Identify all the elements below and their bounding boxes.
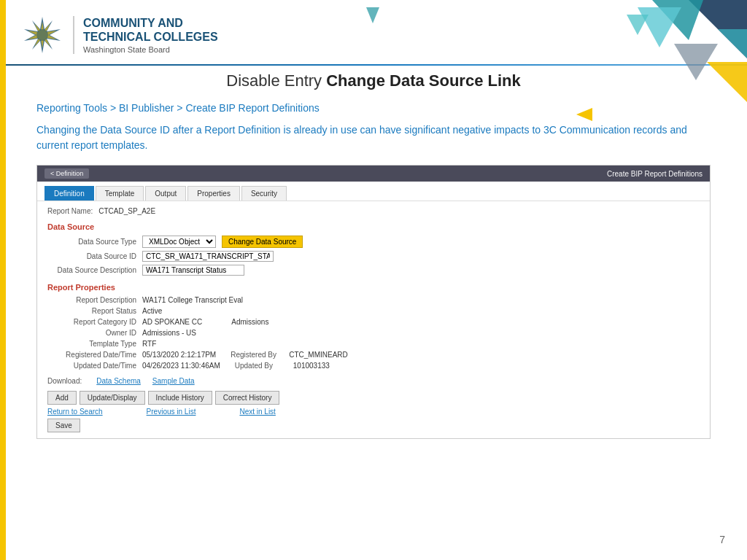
ss-template-type-label: Template Type [47, 340, 142, 348]
ss-owner-id-label: Owner ID [47, 329, 142, 337]
ss-report-cat-row: Report Category ID AD SPOKANE CC Admissi… [47, 318, 700, 326]
ss-action-buttons: Add Update/Display Include History Corre… [47, 391, 700, 405]
ss-reg-datetime-label: Registered Date/Time [47, 351, 142, 359]
ss-tab-properties[interactable]: Properties [187, 186, 240, 201]
ss-change-datasource-button[interactable]: Change Data Source [222, 236, 303, 248]
ss-data-source-title: Data Source [47, 222, 700, 231]
ss-report-status-row: Report Status Active [47, 307, 700, 315]
ss-report-cat-value2: Admissions [231, 318, 268, 326]
logo-text: COMMUNITY AND TECHNICAL COLLEGES Washing… [73, 16, 218, 54]
ss-report-cat-value: AD SPOKANE CC [142, 318, 202, 326]
ss-nav-links: Return to Search Previous in List Next i… [47, 408, 700, 416]
ss-report-desc-label: Report Description [47, 296, 142, 304]
ss-tab-definition[interactable]: Definition [44, 186, 94, 201]
ss-header: < Definition Create BIP Report Definitio… [37, 166, 710, 182]
ss-ds-id-input[interactable] [142, 251, 274, 262]
ss-upd-by-label: Updated By [235, 362, 293, 370]
ss-upd-by-value: 101003133 [293, 362, 330, 370]
ss-ds-type-label: Data Source Type [47, 238, 142, 246]
ss-save-area: Save [47, 419, 700, 432]
ss-report-status-value: Active [142, 307, 162, 315]
ss-upd-datetime-value: 04/26/2023 11:30:46AM [142, 362, 220, 370]
screenshot-area: < Definition Create BIP Report Definitio… [36, 165, 711, 439]
logo-area: COMMUNITY AND TECHNICAL COLLEGES Washing… [20, 13, 218, 57]
ss-owner-id-row: Owner ID Admissions - US [47, 329, 700, 337]
ss-report-cat-label: Report Category ID [47, 318, 142, 326]
ss-title: Create BIP Report Definitions [607, 170, 703, 178]
ss-save-button[interactable]: Save [47, 419, 80, 432]
ss-upd-datetime-row: Updated Date/Time 04/26/2023 11:30:46AM … [47, 362, 700, 370]
ss-correct-history-button[interactable]: Correct History [215, 391, 280, 405]
description: Changing the Data Source ID after a Repo… [36, 122, 711, 153]
ss-include-history-button[interactable]: Include History [148, 391, 212, 405]
ss-template-type-value: RTF [142, 340, 156, 348]
ss-add-button[interactable]: Add [47, 391, 77, 405]
small-triangle-left [576, 108, 592, 121]
ss-report-desc-value: WA171 College Transcript Eval [142, 296, 243, 304]
ss-template-type-row: Template Type RTF [47, 340, 700, 348]
ss-owner-id-value: Admissions - US [142, 329, 196, 337]
ss-download-label: Download: [47, 377, 82, 385]
ss-previous-list-link[interactable]: Previous in List [147, 408, 196, 416]
ss-reg-datetime-row: Registered Date/Time 05/13/2020 2:12:17P… [47, 351, 700, 359]
left-border [0, 0, 6, 560]
ss-datasource-type-row: Data Source Type XMLDoc Object Change Da… [47, 236, 700, 248]
page-number: 7 [719, 534, 725, 545]
ss-report-props-fields: Report Description WA171 College Transcr… [47, 296, 700, 370]
ss-data-source-fields: Data Source Type XMLDoc Object Change Da… [47, 236, 700, 276]
ss-ds-type-select[interactable]: XMLDoc Object [142, 236, 216, 248]
logo-subtitle: Washington State Board [83, 45, 218, 54]
ss-download-sample-link[interactable]: Sample Data [152, 377, 195, 385]
ss-reg-by-value: CTC_MMINEARD [289, 351, 348, 359]
ss-report-name-row: Report Name: CTCAD_SP_A2E [47, 207, 700, 215]
ss-tabs: Definition Template Output Properties Se… [37, 182, 710, 201]
ss-ds-desc-input[interactable] [142, 265, 244, 276]
ss-report-name-value: CTCAD_SP_A2E [98, 207, 155, 215]
ss-report-props-title: Report Properties [47, 283, 700, 292]
ss-body: Report Name: CTCAD_SP_A2E Data Source Da… [37, 201, 710, 438]
svg-marker-7 [576, 108, 592, 121]
main-content: Disable Entry Change Data Source Link Re… [0, 71, 747, 439]
ss-report-status-label: Report Status [47, 307, 142, 315]
ss-ds-desc-label: Data Source Description [47, 266, 142, 274]
ss-reg-datetime-value: 05/13/2020 2:12:17PM [142, 351, 216, 359]
ss-datasource-id-row: Data Source ID [47, 251, 700, 262]
ss-report-desc-row: Report Description WA171 College Transcr… [47, 296, 700, 304]
ss-datasource-desc-row: Data Source Description [47, 265, 700, 276]
logo-line1: COMMUNITY AND TECHNICAL COLLEGES [83, 16, 218, 44]
svg-marker-3 [707, 62, 747, 102]
ss-ds-id-label: Data Source ID [47, 252, 142, 260]
svg-point-11 [36, 29, 48, 41]
ss-next-list-link[interactable]: Next in List [239, 408, 275, 416]
ss-back-button[interactable]: < Definition [44, 168, 89, 179]
ss-tab-security[interactable]: Security [241, 186, 287, 201]
ss-report-name-label: Report Name: [47, 207, 93, 215]
ss-tab-output[interactable]: Output [145, 186, 186, 201]
ss-tab-template[interactable]: Template [96, 186, 144, 201]
ss-upd-datetime-label: Updated Date/Time [47, 362, 142, 370]
header: COMMUNITY AND TECHNICAL COLLEGES Washing… [0, 0, 747, 64]
ss-download-schema-link[interactable]: Data Schema [96, 377, 141, 385]
logo-icon [20, 13, 64, 57]
ss-return-search-link[interactable]: Return to Search [47, 408, 103, 416]
ss-reg-by-label: Registered By [231, 351, 289, 359]
ss-download-row: Download: Data Schema Sample Data [47, 377, 700, 385]
ss-update-button[interactable]: Update/Display [80, 391, 145, 405]
